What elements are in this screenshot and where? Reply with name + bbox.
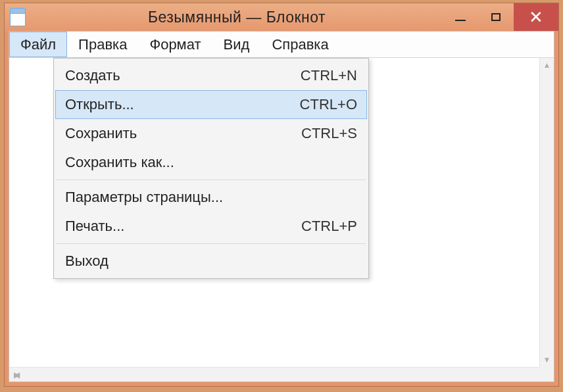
vertical-scrollbar[interactable]: ▲ ▼ (539, 58, 554, 367)
minimize-button[interactable] (443, 3, 478, 31)
menu-item-open[interactable]: Открыть... CTRL+O (55, 90, 367, 119)
menu-label: Справка (272, 36, 328, 53)
menu-separator (57, 180, 366, 180)
menu-item-label: Параметры страницы... (65, 189, 357, 206)
menu-item-exit[interactable]: Выход (55, 247, 367, 276)
menu-label: Вид (224, 36, 250, 53)
menu-label: Файл (20, 36, 56, 53)
window-title: Безымянный — Блокнот (31, 9, 443, 26)
notepad-window: Безымянный — Блокнот ✕ Файл Правка Форма… (4, 3, 559, 387)
menu-item-new[interactable]: Создать CTRL+N (55, 61, 367, 90)
notepad-icon (10, 8, 26, 26)
menu-item-page-setup[interactable]: Параметры страницы... (55, 183, 367, 212)
client-area: Файл Правка Формат Вид Справка ▲ ▼ ◀ ▶ С… (9, 31, 554, 382)
menu-item-print[interactable]: Печать... CTRL+P (55, 212, 367, 241)
close-button[interactable]: ✕ (514, 3, 558, 31)
menu-separator (57, 243, 366, 244)
file-menu-dropdown: Создать CTRL+N Открыть... CTRL+O Сохрани… (53, 58, 369, 279)
horizontal-scrollbar[interactable]: ◀ ▶ (9, 367, 539, 381)
menu-item-label: Сохранить (65, 125, 301, 142)
menu-label: Правка (78, 36, 127, 53)
menu-item-shortcut: CTRL+P (301, 218, 357, 235)
menu-item-label: Создать (65, 67, 301, 84)
menu-item-label: Сохранить как... (65, 154, 357, 171)
menu-item-label: Печать... (65, 218, 301, 235)
menu-item-shortcut: CTRL+N (301, 67, 357, 84)
menu-file[interactable]: Файл (9, 32, 67, 57)
menu-label: Формат (149, 36, 201, 53)
menu-item-shortcut: CTRL+S (301, 125, 357, 142)
menu-view[interactable]: Вид (212, 32, 261, 57)
scroll-down-icon[interactable]: ▼ (540, 353, 554, 367)
menu-help[interactable]: Справка (260, 32, 339, 57)
menu-item-label: Открыть... (65, 96, 300, 113)
menu-format[interactable]: Формат (138, 32, 212, 57)
menu-item-save[interactable]: Сохранить CTRL+S (55, 119, 367, 148)
scrollbar-corner (539, 367, 554, 381)
menu-item-save-as[interactable]: Сохранить как... (55, 148, 367, 177)
maximize-button[interactable] (478, 3, 514, 31)
titlebar[interactable]: Безымянный — Блокнот ✕ (5, 3, 558, 31)
menu-item-label: Выход (65, 253, 357, 270)
scroll-up-icon[interactable]: ▲ (540, 58, 554, 72)
menubar: Файл Правка Формат Вид Справка (9, 32, 554, 58)
scroll-right-icon[interactable]: ▶ (9, 368, 24, 381)
menu-edit[interactable]: Правка (67, 32, 138, 57)
menu-item-shortcut: CTRL+O (300, 96, 357, 113)
app-icon-slot (5, 8, 31, 26)
window-controls: ✕ (443, 3, 558, 31)
